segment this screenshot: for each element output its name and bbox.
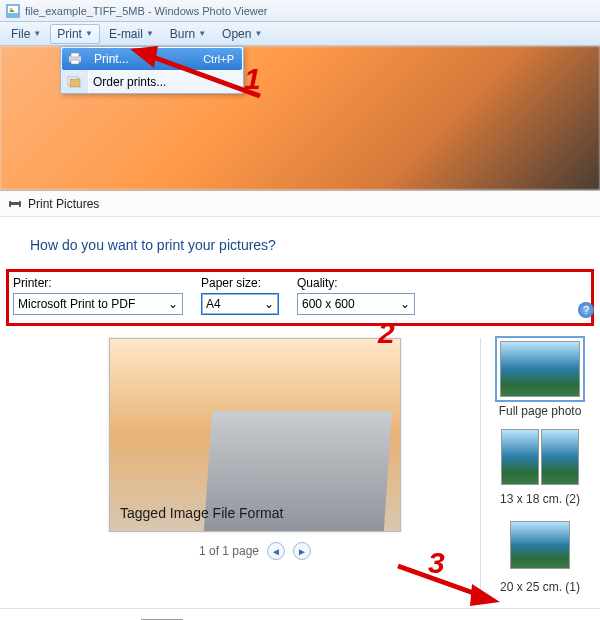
- print-dropdown: Print... Ctrl+P Order prints...: [60, 46, 244, 94]
- printer-icon: [67, 51, 83, 67]
- print-preview: Tagged Image File Format: [109, 338, 401, 532]
- svg-rect-12: [11, 205, 19, 209]
- layout-full-page-label: Full page photo: [484, 404, 596, 418]
- preview-caption: Tagged Image File Format: [120, 505, 283, 521]
- annotation-marker-3: 3: [428, 546, 445, 580]
- help-icon[interactable]: ?: [578, 302, 594, 318]
- svg-rect-5: [71, 60, 79, 64]
- layout-list[interactable]: Full page photo 13 x 18 cm. (2) 20 x 25 …: [480, 332, 600, 608]
- menubar: File▼ Print▼ E-mail▼ Burn▼ Open▼: [0, 22, 600, 46]
- printer-label: Printer:: [13, 276, 183, 290]
- annotation-marker-2: 2: [378, 316, 395, 350]
- chevron-down-icon: ⌄: [164, 294, 182, 314]
- chevron-down-icon: ⌄: [396, 294, 414, 314]
- menu-file[interactable]: File▼: [4, 24, 48, 44]
- printer-select[interactable]: Microsoft Print to PDF ⌄: [13, 293, 183, 315]
- svg-rect-7: [70, 79, 80, 87]
- layout-20x25[interactable]: [497, 514, 583, 576]
- quality-label: Quality:: [297, 276, 415, 290]
- pager-prev-button[interactable]: ◄: [267, 542, 285, 560]
- menuitem-print[interactable]: Print... Ctrl+P: [62, 48, 242, 70]
- svg-rect-11: [11, 198, 19, 202]
- order-prints-icon: [66, 74, 82, 90]
- annotation-marker-1: 1: [244, 62, 261, 96]
- print-dialog-heading: How do you want to print your pictures?: [0, 217, 600, 269]
- menu-email[interactable]: E-mail▼: [102, 24, 161, 44]
- papersize-select[interactable]: A4 ⌄: [201, 293, 279, 315]
- pager-next-button[interactable]: ►: [293, 542, 311, 560]
- layout-full-page[interactable]: [497, 338, 583, 400]
- menu-burn[interactable]: Burn▼: [163, 24, 213, 44]
- wpv-window-title: file_example_TIFF_5MB - Windows Photo Vi…: [25, 5, 268, 17]
- menu-open[interactable]: Open▼: [215, 24, 269, 44]
- layout-13x18[interactable]: [497, 426, 583, 488]
- wpv-titlebar: file_example_TIFF_5MB - Windows Photo Vi…: [0, 0, 600, 22]
- chevron-down-icon: ⌄: [260, 294, 278, 314]
- papersize-label: Paper size:: [201, 276, 279, 290]
- annotation-redbox: Printer: Microsoft Print to PDF ⌄ Paper …: [6, 269, 594, 326]
- menuitem-order-prints[interactable]: Order prints...: [61, 71, 243, 93]
- quality-select[interactable]: 600 x 600 ⌄: [297, 293, 415, 315]
- svg-rect-4: [71, 53, 79, 57]
- print-dialog-title: Print Pictures: [28, 197, 99, 211]
- print-dialog-titlebar: Print Pictures: [0, 191, 600, 217]
- wpv-app-icon: [6, 4, 20, 18]
- menu-print[interactable]: Print▼: [50, 24, 100, 44]
- layout-20x25-label: 20 x 25 cm. (1): [484, 580, 596, 594]
- layout-13x18-label: 13 x 18 cm. (2): [484, 492, 596, 506]
- pager-text: 1 of 1 page: [199, 544, 259, 558]
- printer-icon: [8, 197, 22, 211]
